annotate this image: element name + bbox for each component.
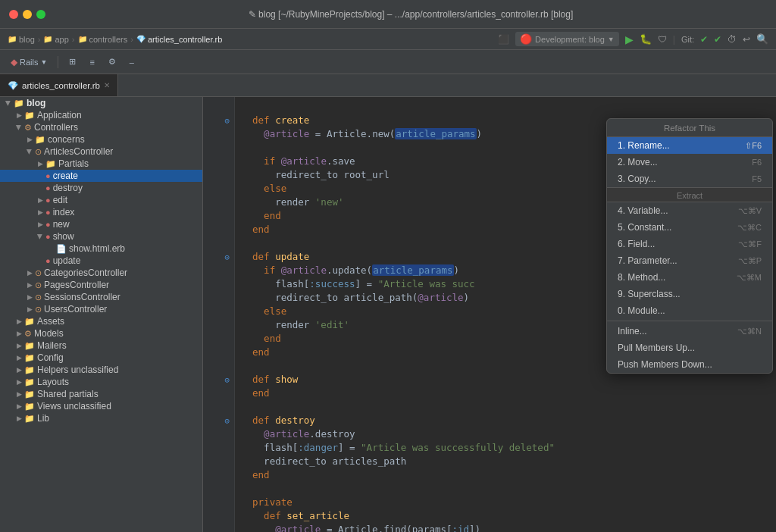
gutter-line: [203, 223, 234, 236]
tree-item-partials[interactable]: ▶ 📁 Partials: [0, 158, 202, 170]
controller-icon: ⊙: [35, 147, 42, 157]
tree-item-users-controller[interactable]: ▶ ⊙ UsersController: [0, 303, 202, 315]
code-line: def set_article: [241, 509, 770, 523]
breadcrumb-app[interactable]: 📁 app: [43, 35, 68, 44]
toolbar: ◆ Rails ▼ ⊞ ≡ ⚙ –: [0, 50, 776, 74]
menu-item-rename[interactable]: 1. Rename... ⇧F6: [607, 137, 772, 154]
menu-separator: [607, 321, 772, 321]
rails-button[interactable]: ◆ Rails ▼: [6, 55, 52, 69]
code-line: end: [241, 386, 770, 400]
tree-arrow-icon: ▶: [14, 402, 24, 410]
code-line: @article = Article.find(params[:id]): [241, 523, 770, 532]
controller-icon: ⊙: [35, 268, 42, 278]
editor-area[interactable]: ⊙ ⊙: [203, 97, 776, 532]
tree-item-index[interactable]: ▶ ● index: [0, 206, 202, 218]
grid-button[interactable]: ⊞: [64, 55, 80, 68]
menu-item-inline[interactable]: Inline... ⌥⌘N: [607, 323, 772, 340]
window-title: ✎ blog [~/RubyMineProjects/blog] – .../a…: [55, 9, 767, 20]
tree-root-blog[interactable]: ▶ 📁 blog: [0, 97, 202, 109]
gutter-line: ⊙: [203, 373, 234, 386]
erb-icon: 📄: [56, 244, 67, 254]
menu-item-push-members-down[interactable]: Push Members Down...: [607, 356, 772, 373]
tree-item-articles-controller[interactable]: ▶ ⊙ ArticlesController: [0, 146, 202, 158]
tree-label: Shared partials: [37, 389, 99, 399]
tree-item-application[interactable]: ▶ 📁 Application: [0, 109, 202, 121]
menu-item-pull-members-up[interactable]: Pull Members Up...: [607, 340, 772, 356]
menu-item-field[interactable]: 6. Field... ⌥⌘F: [607, 236, 772, 252]
breadcrumb-controllers[interactable]: 📁 controllers: [78, 35, 128, 44]
menu-item-copy[interactable]: 3. Copy... F5: [607, 171, 772, 187]
tree-label: Mailers: [37, 340, 67, 351]
gutter-line: [203, 509, 234, 523]
settings-button[interactable]: ⚙: [104, 55, 120, 68]
list-button[interactable]: ≡: [85, 56, 99, 68]
tree-item-pages-controller[interactable]: ▶ ⊙ PagesController: [0, 279, 202, 291]
gutter-line: [203, 291, 234, 305]
menu-item-parameter[interactable]: 7. Parameter... ⌥⌘P: [607, 252, 772, 269]
tree-label: edit: [53, 195, 67, 205]
run-config-label[interactable]: 🔴 Development: blog ▼: [515, 32, 619, 46]
action-icon: ●: [45, 220, 51, 229]
close-button[interactable]: [9, 10, 18, 19]
ruby-file-icon: 💎: [8, 80, 18, 91]
action-icon: ●: [45, 208, 51, 217]
folder-icon: 📁: [24, 341, 35, 351]
breadcrumb-sep: ›: [72, 35, 75, 44]
search-icon[interactable]: 🔍: [756, 33, 768, 45]
gutter-line: [203, 386, 234, 400]
tree-arrow-icon: ▶: [14, 366, 24, 374]
tree-item-categories-controller[interactable]: ▶ ⊙ CategoriesController: [0, 267, 202, 279]
tree-item-update[interactable]: ▶ ● update: [0, 255, 202, 267]
breadcrumb-blog[interactable]: 📁 blog: [8, 35, 35, 44]
action-icon: ●: [45, 232, 51, 241]
tree-item-controllers[interactable]: ▶ ⚙ Controllers: [0, 121, 202, 133]
menu-item-move[interactable]: 2. Move... F6: [607, 154, 772, 171]
tree-item-sessions-controller[interactable]: ▶ ⊙ SessionsController: [0, 291, 202, 303]
tree-item-create[interactable]: ▶ ● create: [0, 170, 202, 182]
tree-label: Application: [37, 110, 82, 120]
tree-item-lib[interactable]: ▶ 📁 Lib: [0, 412, 202, 424]
menu-item-superclass[interactable]: 9. Superclass...: [607, 286, 772, 302]
menu-item-variable[interactable]: 4. Variable... ⌥⌘V: [607, 202, 772, 219]
tree-item-show-erb[interactable]: ▶ 📄 show.html.erb: [0, 243, 202, 255]
traffic-lights: [9, 10, 45, 19]
tree-item-config[interactable]: ▶ 📁 Config: [0, 352, 202, 364]
coverage-icon[interactable]: 🛡: [658, 34, 667, 45]
git-undo-icon[interactable]: ↩: [743, 34, 750, 45]
menu-item-label: 3. Copy...: [618, 174, 656, 184]
gutter-line: [203, 468, 234, 482]
tree-item-concerns[interactable]: ▶ 📁 concerns: [0, 133, 202, 146]
breadcrumb-bar: 📁 blog › 📁 app › 📁 controllers › 💎 artic…: [0, 29, 776, 50]
menu-item-module[interactable]: 0. Module...: [607, 302, 772, 319]
tree-item-shared-partials[interactable]: ▶ 📁 Shared partials: [0, 388, 202, 400]
tree-label: blog: [27, 98, 45, 108]
tree-item-assets[interactable]: ▶ 📁 Assets: [0, 315, 202, 327]
tree-item-mailers[interactable]: ▶ 📁 Mailers: [0, 340, 202, 352]
tree-arrow-icon: ▶: [14, 390, 24, 398]
folder-icon: 📁: [24, 111, 35, 120]
code-line: def destroy: [241, 414, 770, 427]
tree-item-show[interactable]: ▶ ● show: [0, 230, 202, 243]
minus-button[interactable]: –: [125, 56, 139, 68]
tree-item-views[interactable]: ▶ 📁 Views unclassified: [0, 400, 202, 412]
minimize-button[interactable]: [23, 10, 32, 19]
tree-item-edit[interactable]: ▶ ● edit: [0, 194, 202, 206]
menu-item-constant[interactable]: 5. Constant... ⌥⌘C: [607, 219, 772, 236]
maximize-button[interactable]: [36, 10, 45, 19]
menu-item-label: 6. Field...: [618, 239, 655, 249]
tree-label: show: [53, 231, 74, 242]
breadcrumb-file[interactable]: 💎 articles_controller.rb: [136, 35, 222, 44]
tree-item-new[interactable]: ▶ ● new: [0, 218, 202, 230]
tree-item-layouts[interactable]: ▶ 📁 Layouts: [0, 376, 202, 388]
gutter-line: [203, 346, 234, 359]
tree-arrow-icon: ▶: [15, 122, 23, 133]
tree-item-helpers[interactable]: ▶ 📁 Helpers unclassified: [0, 364, 202, 376]
tab-close-button[interactable]: ✕: [104, 81, 110, 89]
tab-articles-controller[interactable]: 💎 articles_controller.rb ✕: [0, 74, 118, 96]
run-icon[interactable]: ▶: [625, 33, 634, 45]
debug-icon[interactable]: 🐛: [640, 33, 652, 45]
tree-item-destroy[interactable]: ▶ ● destroy: [0, 182, 202, 194]
line-gutter: ⊙ ⊙: [203, 97, 235, 532]
menu-item-method[interactable]: 8. Method... ⌥⌘M: [607, 269, 772, 286]
tree-item-models[interactable]: ▶ ⚙ Models: [0, 327, 202, 340]
